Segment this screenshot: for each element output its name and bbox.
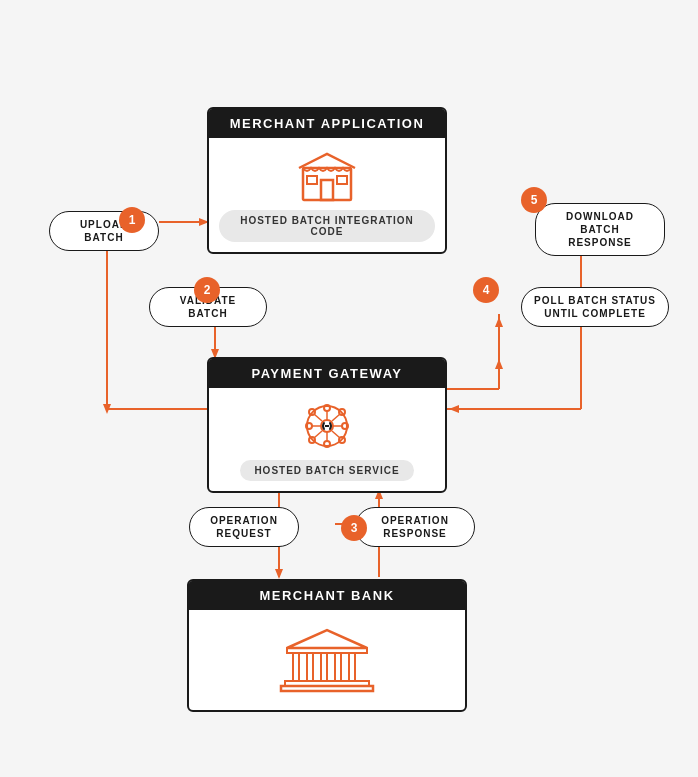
merchant-app-label: HOSTED BATCH INTEGRATION CODE: [219, 210, 435, 242]
svg-rect-46: [293, 653, 299, 681]
svg-marker-11: [495, 317, 503, 327]
svg-point-29: [306, 423, 312, 429]
svg-rect-48: [321, 653, 327, 681]
merchant-app-box: MERCHANT APPLICATION: [207, 107, 447, 254]
merchant-bank-content: [189, 610, 465, 710]
poll-batch-pill: POLL BATCH STATUS UNTIL COMPLETE: [521, 287, 669, 327]
merchant-bank-box: MERCHANT BANK: [187, 579, 467, 712]
step-5-circle: 5: [521, 187, 547, 213]
diagram-container: MERCHANT APPLICATION: [19, 19, 679, 759]
payment-gateway-title: PAYMENT GATEWAY: [209, 359, 445, 388]
merchant-bank-title: MERCHANT BANK: [189, 581, 465, 610]
payment-gateway-content: HOSTED BATCH SERVICE: [209, 388, 445, 491]
svg-point-27: [324, 405, 330, 411]
step-1-circle: 1: [119, 207, 145, 233]
svg-line-42: [332, 431, 340, 438]
payment-gateway-box: PAYMENT GATEWAY: [207, 357, 447, 493]
svg-rect-24: [337, 176, 347, 184]
svg-marker-16: [275, 569, 283, 579]
svg-marker-14: [495, 359, 503, 369]
svg-marker-9: [449, 405, 459, 413]
svg-rect-50: [349, 653, 355, 681]
operation-response-pill: OPERATION RESPONSE: [355, 507, 475, 547]
svg-marker-44: [287, 630, 367, 648]
payment-gateway-label: HOSTED BATCH SERVICE: [240, 460, 413, 481]
download-batch-pill: DOWNLOAD BATCH RESPONSE: [535, 203, 665, 256]
svg-line-40: [332, 414, 340, 421]
svg-point-28: [324, 441, 330, 447]
store-icon: [295, 150, 359, 202]
svg-line-41: [314, 431, 322, 438]
step-2-circle: 2: [194, 277, 220, 303]
svg-line-39: [314, 414, 322, 421]
bank-icon: [277, 626, 377, 696]
step-4-circle: 4: [473, 277, 499, 303]
svg-rect-52: [281, 686, 373, 691]
svg-rect-22: [321, 180, 333, 200]
merchant-app-title: MERCHANT APPLICATION: [209, 109, 445, 138]
svg-point-30: [342, 423, 348, 429]
svg-rect-47: [307, 653, 313, 681]
operation-request-pill: OPERATION REQUEST: [189, 507, 299, 547]
svg-marker-1: [103, 404, 111, 414]
step-3-circle: 3: [341, 515, 367, 541]
merchant-app-content: HOSTED BATCH INTEGRATION CODE: [209, 138, 445, 252]
svg-rect-49: [335, 653, 341, 681]
gateway-icon: [295, 400, 359, 452]
svg-rect-23: [307, 176, 317, 184]
